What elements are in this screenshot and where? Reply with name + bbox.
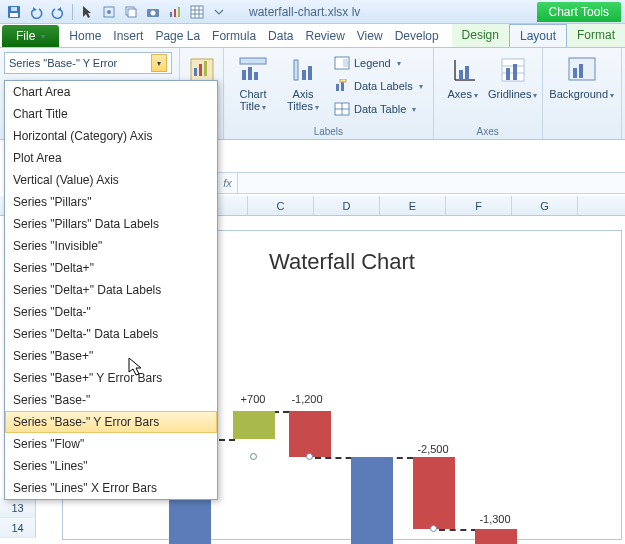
dropdown-item[interactable]: Series "Pillars" [5, 191, 217, 213]
svg-rect-2 [11, 7, 17, 11]
chart-icon[interactable] [165, 2, 185, 22]
svg-rect-12 [191, 6, 203, 18]
dropdown-item[interactable]: Plot Area [5, 147, 217, 169]
chart-title-button[interactable]: Chart Title▾ [230, 52, 276, 116]
svg-rect-6 [128, 9, 136, 17]
svg-rect-1 [10, 13, 18, 17]
bar-delta-2[interactable] [413, 457, 455, 529]
error-bar-handle[interactable] [306, 453, 313, 460]
undo-icon[interactable] [26, 2, 46, 22]
svg-rect-27 [308, 66, 312, 80]
row-headers: 13 14 [0, 498, 36, 538]
col-f[interactable]: F [446, 196, 512, 215]
axis-titles-button[interactable]: Axis Titles▾ [280, 52, 326, 116]
svg-rect-19 [199, 64, 202, 76]
tab-data[interactable]: Data [262, 25, 299, 47]
error-bar-handle[interactable] [430, 525, 437, 532]
error-bar-handle[interactable] [250, 453, 257, 460]
svg-rect-9 [170, 12, 172, 17]
table-icon[interactable] [187, 2, 207, 22]
file-tab[interactable]: File▾ [2, 25, 59, 47]
dropdown-item[interactable]: Series "Pillars" Data Labels [5, 213, 217, 235]
axes-group-title: Axes [477, 124, 499, 137]
label-minus2500: -2,500 [417, 443, 448, 455]
contextual-tools: Chart Tools [537, 2, 621, 22]
col-g[interactable]: G [512, 196, 578, 215]
qat-more-icon[interactable] [209, 2, 229, 22]
svg-rect-30 [336, 84, 339, 91]
label-minus1300: -1,300 [479, 513, 510, 525]
row-14[interactable]: 14 [0, 518, 36, 538]
dropdown-item[interactable]: Series "Flow" [5, 433, 217, 455]
chart-element-dropdown[interactable]: Chart Area Chart Title Horizontal (Categ… [4, 80, 218, 500]
tab-layout[interactable]: Layout [509, 24, 567, 47]
svg-rect-44 [513, 64, 517, 80]
tab-home[interactable]: Home [63, 25, 107, 47]
dropdown-item[interactable]: Chart Area [5, 81, 217, 103]
svg-rect-20 [204, 61, 207, 76]
dropdown-item[interactable]: Series "Invisible" [5, 235, 217, 257]
bar-delta-1[interactable] [289, 411, 331, 457]
ribbon-tabs: File▾ Home Insert Page La Formula Data R… [0, 24, 625, 48]
dropdown-item[interactable]: Series "Base+" [5, 345, 217, 367]
svg-point-4 [107, 10, 111, 14]
dropdown-item[interactable]: Chart Title [5, 103, 217, 125]
svg-rect-43 [506, 68, 510, 80]
svg-rect-23 [248, 67, 252, 80]
formula-input[interactable] [238, 173, 625, 193]
background-button[interactable]: Background▾ [549, 52, 615, 104]
touch-icon[interactable] [99, 2, 119, 22]
tab-review[interactable]: Review [299, 25, 350, 47]
tab-design[interactable]: Design [452, 24, 509, 47]
svg-rect-21 [240, 58, 266, 64]
camera-icon[interactable] [143, 2, 163, 22]
formula-bar: fx [218, 172, 625, 194]
dropdown-item[interactable]: Series "Delta-" Data Labels [5, 323, 217, 345]
legend-button[interactable]: Legend▾ [330, 52, 427, 74]
dropdown-item[interactable]: Series "Lines" [5, 455, 217, 477]
copy-icon[interactable] [121, 2, 141, 22]
svg-rect-32 [340, 79, 346, 82]
svg-rect-46 [573, 68, 577, 78]
data-labels-button[interactable]: Data Labels▾ [330, 75, 427, 97]
bar-pillar-2[interactable] [351, 457, 393, 544]
dropdown-item[interactable]: Series "Delta+" Data Labels [5, 279, 217, 301]
svg-rect-47 [579, 64, 583, 78]
dropdown-item[interactable]: Series "Base+" Y Error Bars [5, 367, 217, 389]
col-c[interactable]: C [248, 196, 314, 215]
chart-element-selector-value: Series "Base-" Y Error [9, 57, 117, 69]
dropdown-item[interactable]: Vertical (Value) Axis [5, 169, 217, 191]
tab-insert[interactable]: Insert [107, 25, 149, 47]
data-table-button[interactable]: Data Table▾ [330, 98, 427, 120]
tab-developer[interactable]: Develop [389, 25, 445, 47]
svg-rect-25 [294, 60, 298, 80]
chart-element-selector[interactable]: Series "Base-" Y Error ▾ [4, 52, 172, 74]
cursor-icon[interactable] [77, 2, 97, 22]
bar-delta-3[interactable] [475, 529, 517, 544]
svg-rect-38 [459, 70, 463, 80]
chevron-down-icon[interactable]: ▾ [151, 54, 167, 72]
tab-formulas[interactable]: Formula [206, 25, 262, 47]
tab-format[interactable]: Format [567, 24, 625, 47]
tab-view[interactable]: View [351, 25, 389, 47]
bar-baseplus[interactable] [233, 411, 275, 439]
tab-page-layout[interactable]: Page La [149, 25, 206, 47]
dropdown-item-highlighted[interactable]: Series "Base-" Y Error Bars [5, 411, 217, 433]
dropdown-item[interactable]: Series "Base-" [5, 389, 217, 411]
dropdown-item[interactable]: Horizontal (Category) Axis [5, 125, 217, 147]
col-d[interactable]: D [314, 196, 380, 215]
fx-icon[interactable]: fx [218, 173, 238, 193]
svg-rect-24 [254, 72, 258, 80]
gridlines-button[interactable]: Gridlines▾ [490, 52, 536, 104]
col-e[interactable]: E [380, 196, 446, 215]
save-icon[interactable] [4, 2, 24, 22]
row-13[interactable]: 13 [0, 498, 36, 518]
labels-group-title: Labels [314, 124, 343, 137]
dropdown-item[interactable]: Series "Lines" X Error Bars [5, 477, 217, 499]
axes-button[interactable]: Axes▾ [440, 52, 486, 104]
svg-rect-29 [343, 59, 348, 67]
quick-access-toolbar [4, 2, 229, 22]
dropdown-item[interactable]: Series "Delta-" [5, 301, 217, 323]
redo-icon[interactable] [48, 2, 68, 22]
dropdown-item[interactable]: Series "Delta+" [5, 257, 217, 279]
